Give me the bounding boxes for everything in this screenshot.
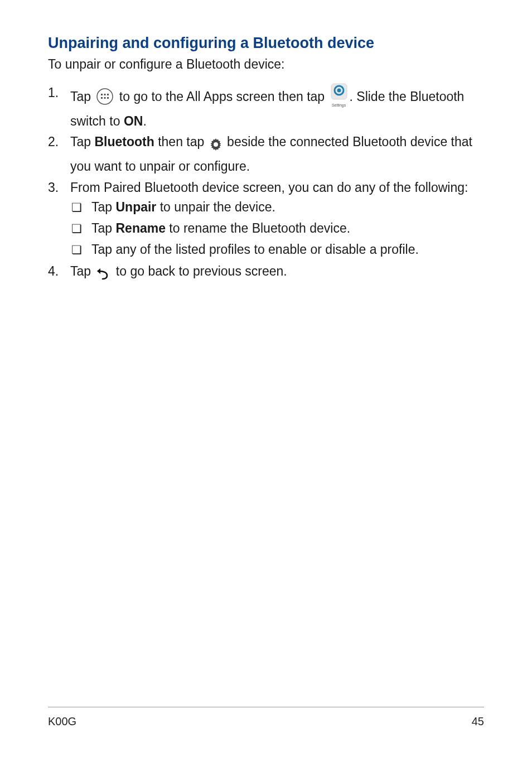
step-3: 3. From Paired Bluetooth device screen, … bbox=[48, 178, 484, 261]
settings-app-icon: Settings bbox=[331, 83, 347, 107]
back-icon bbox=[96, 266, 110, 286]
step-4: 4. Tap to go back to previous screen. bbox=[48, 262, 484, 286]
text: . bbox=[143, 114, 146, 128]
bullet-item: ❏ Tap Unpair to unpair the device. bbox=[71, 197, 484, 218]
text: Tap bbox=[70, 134, 94, 149]
svg-rect-2 bbox=[104, 94, 106, 95]
text: Tap bbox=[70, 264, 94, 278]
bullet-item: ❏ Tap any of the listed profiles to enab… bbox=[71, 240, 484, 260]
svg-point-9 bbox=[337, 89, 341, 93]
step-number: 2. bbox=[48, 132, 70, 176]
unpair-label: Unpair bbox=[115, 200, 156, 214]
step-1: 1. Tap to go to the All Apps screen then… bbox=[48, 83, 484, 131]
step-body: From Paired Bluetooth device screen, you… bbox=[70, 178, 484, 261]
svg-rect-3 bbox=[107, 94, 109, 95]
text: Tap bbox=[91, 200, 115, 214]
text: to rename the Bluetooth device. bbox=[166, 221, 350, 235]
bullet-text: Tap Rename to rename the Bluetooth devic… bbox=[91, 219, 484, 239]
svg-rect-6 bbox=[107, 97, 109, 99]
document-page: Unpairing and configuring a Bluetooth de… bbox=[0, 0, 532, 757]
model-label: K00G bbox=[48, 715, 76, 728]
rename-label: Rename bbox=[115, 221, 165, 235]
checkbox-bullet-icon: ❏ bbox=[71, 219, 91, 239]
bullet-text: Tap any of the listed profiles to enable… bbox=[91, 240, 484, 260]
page-footer: K00G 45 bbox=[48, 707, 484, 728]
step-number: 1. bbox=[48, 83, 70, 131]
text: Tap bbox=[91, 221, 115, 235]
bullet-item: ❏ Tap Rename to rename the Bluetooth dev… bbox=[71, 219, 484, 239]
settings-caption: Settings bbox=[331, 103, 347, 107]
section-heading: Unpairing and configuring a Bluetooth de… bbox=[48, 35, 484, 52]
bluetooth-label: Bluetooth bbox=[94, 134, 154, 149]
checkbox-bullet-icon: ❏ bbox=[71, 240, 91, 260]
svg-point-0 bbox=[97, 89, 113, 104]
step-body: Tap to go to the All Apps screen then ta… bbox=[70, 83, 484, 131]
step-number: 3. bbox=[48, 178, 70, 261]
svg-rect-5 bbox=[104, 97, 106, 99]
step-body: Tap Bluetooth then tap beside the connec… bbox=[70, 132, 484, 176]
svg-point-10 bbox=[214, 142, 218, 147]
on-label: ON bbox=[124, 114, 143, 128]
step-number: 4. bbox=[48, 262, 70, 286]
all-apps-icon bbox=[96, 88, 114, 112]
svg-rect-4 bbox=[101, 97, 103, 99]
step-2: 2. Tap Bluetooth then tap beside the con… bbox=[48, 132, 484, 176]
text: to go to the All Apps screen then tap bbox=[115, 89, 328, 104]
text: to unpair the device. bbox=[156, 200, 275, 214]
text: From Paired Bluetooth device screen, you… bbox=[70, 180, 468, 195]
sub-bullets: ❏ Tap Unpair to unpair the device. ❏ Tap… bbox=[71, 197, 484, 259]
text: to go back to previous screen. bbox=[112, 264, 287, 278]
bullet-text: Tap Unpair to unpair the device. bbox=[91, 197, 484, 218]
intro-text: To unpair or configure a Bluetooth devic… bbox=[48, 55, 484, 73]
page-number: 45 bbox=[472, 715, 484, 728]
gear-icon bbox=[210, 137, 222, 157]
step-body: Tap to go back to previous screen. bbox=[70, 262, 484, 286]
steps-list: 1. Tap to go to the All Apps screen then… bbox=[48, 83, 484, 286]
checkbox-bullet-icon: ❏ bbox=[71, 197, 91, 218]
text: Tap bbox=[70, 89, 94, 104]
svg-rect-1 bbox=[101, 94, 103, 95]
text: then tap bbox=[154, 134, 208, 149]
